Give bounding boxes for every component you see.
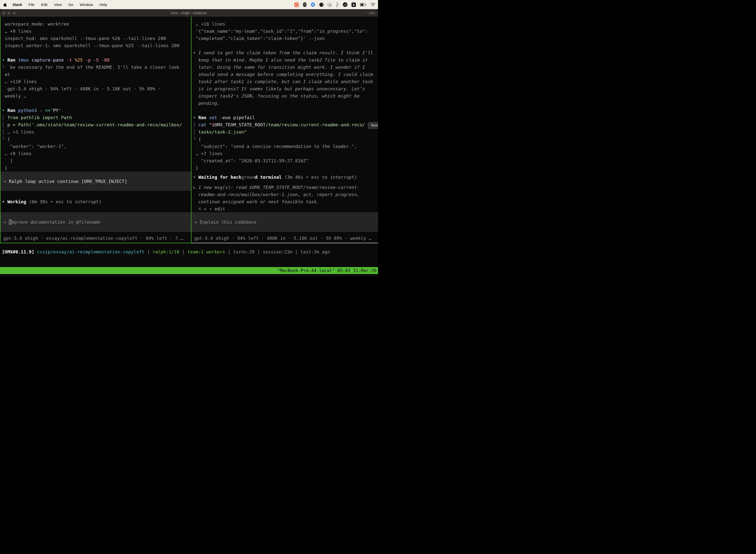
terminal-line: │ p = Path('.omx/state/team/review-curre…	[2, 121, 191, 128]
terminal-line: keep that in mind. Maybe I also need the…	[193, 56, 378, 63]
text-segment: … +16 lines	[193, 21, 225, 26]
text-segment: … +9 lines	[2, 29, 32, 34]
window-title-bar[interactable]: omx --xhigh --madmax ⌥⌘1	[0, 9, 378, 17]
squiggle-icon[interactable]	[335, 2, 339, 7]
shield-grid-icon[interactable]	[303, 2, 307, 7]
apple-menu-icon[interactable]	[3, 2, 7, 7]
text-segment: later. Using the same for transition mig…	[193, 64, 365, 70]
text-segment: 'PY'	[50, 108, 61, 113]
text-segment: |	[292, 249, 300, 255]
text-segment: "worker": "worker-1",	[2, 144, 66, 149]
terminal-line: pending.	[193, 100, 378, 107]
terminal-line: • Ran python3 - <<'PY'	[2, 107, 191, 114]
terminal-line: • Ran set -euo pipefail	[193, 114, 378, 121]
crescent-app-icon[interactable]	[319, 2, 324, 7]
screen-tooltip: Scre	[368, 122, 378, 129]
text-segment: inspect task2's JSON, focusing on the st…	[193, 93, 360, 99]
terminal-line: "completed","claim_token":"claim-token"}…	[193, 35, 378, 42]
text-segment: Waiting for back	[198, 174, 241, 180]
menu-item-app-slack[interactable]: Slack	[12, 2, 22, 7]
text-segment: }	[2, 165, 7, 170]
text-segment: │	[193, 122, 198, 127]
prompt-input-right[interactable]: › Explain this codebase	[191, 212, 378, 232]
text-segment: last:3m ago	[300, 249, 330, 255]
terminal-window: omx --xhigh --madmax ⌥⌘1 workspace_mode:…	[0, 9, 378, 277]
menu-item-window[interactable]: Window	[80, 2, 93, 7]
text-segment: … +3 lines	[7, 129, 34, 134]
window-shortcut-badge: ⌥⌘1	[367, 11, 376, 15]
spacer	[193, 42, 378, 49]
text-segment: [OMX#0.11.9]	[2, 249, 37, 255]
spacer	[2, 100, 191, 107]
text-segment: |	[144, 249, 152, 255]
terminal-line: … +16 lines	[193, 20, 378, 27]
terminal-line: inspect_worker-1: omx sparkshell --tmux-…	[2, 42, 191, 49]
keyboard-a-icon[interactable]: A	[352, 2, 356, 7]
terminal-line: continue assigned work or next feasible …	[193, 198, 378, 205]
terminal-line: is in progress? It seems likely but perh…	[193, 85, 378, 92]
text-segment: 1 new msg(s): read $OMX_TEAM_STATE_ROOT/…	[198, 185, 360, 190]
terminal-line: task2 after task1 is complete, but can I…	[193, 78, 378, 85]
prompt-chevron: ›	[3, 219, 9, 225]
terminal-line: • Ran tmux capture-pane -t %25 -p -S -80	[2, 56, 191, 63]
menu-item-help[interactable]: Help	[100, 2, 107, 7]
text-segment: be necessary for the end of the README. …	[10, 64, 180, 70]
terminal-line: ↳ 1 new msg(s): read $OMX_TEAM_STATE_ROO…	[193, 184, 378, 191]
menu-bar: Slack FileEditViewGoWindowHelp ..61 A	[0, 0, 378, 9]
terminal-line: │ from pathlib import Path	[2, 114, 191, 121]
text-segment: weekly …	[2, 93, 26, 99]
text-segment: '{"team_name":"my-team","task_id":"1","f…	[193, 29, 368, 34]
terminal-line: }	[193, 164, 378, 171]
terminal-line: └ {	[2, 135, 191, 143]
text-segment: {	[198, 136, 201, 142]
wifi-icon[interactable]	[370, 2, 376, 7]
menu-item-edit[interactable]: Edit	[41, 2, 47, 7]
agent-pane-left[interactable]: workspace_mode: worktree … +9 lines insp…	[0, 17, 191, 243]
text-segment: session:23m	[263, 249, 292, 255]
window-title: omx --xhigh --madmax	[0, 11, 378, 15]
text-segment: ralph:1/10	[152, 249, 179, 255]
terminal-line: • Waiting for background terminal (3m 46…	[193, 173, 378, 181]
blue-badge-icon[interactable]	[311, 2, 315, 7]
menu-item-go[interactable]: Go	[68, 2, 73, 7]
text-segment: •	[2, 199, 7, 204]
spacer	[2, 191, 191, 198]
text-segment: gpt-5.4 xhigh · 94% left · 488K in · 5.1…	[2, 86, 161, 91]
text-segment: -t	[66, 57, 75, 63]
terminal-line: │ … +3 lines	[2, 128, 191, 135]
terminal-line: • I need to get the claim token from the…	[193, 49, 378, 56]
text-segment: cat	[198, 122, 209, 127]
text-segment: |	[225, 249, 233, 255]
terminal-line: … +9 lines	[2, 27, 191, 35]
text-segment: "created_at": "2026-03-31T11:59:27.816Z"	[193, 158, 309, 163]
chat-app-icon[interactable]	[295, 2, 299, 7]
text-segment: └	[2, 136, 7, 142]
terminal-line: "subject": "send a concise recommendatio…	[193, 143, 378, 150]
terminal-line: "worker": "worker-1",	[2, 143, 191, 150]
dots-grid-icon[interactable]	[328, 3, 328, 3]
menu-item-file[interactable]: File	[28, 2, 35, 7]
terminal-line: inspect_hud: omx sparkshell --tmux-pane …	[2, 35, 191, 42]
text-segment: should send a message before completing …	[193, 72, 373, 77]
model-status-left: gpt-5.4 xhigh · essay/ai-reimplementatio…	[0, 234, 191, 242]
agent-pane-right[interactable]: … +16 lines '{"team_name":"my-team","tas…	[191, 17, 378, 243]
terminal-line: gpt-5.4 xhigh · 94% left · 488K in · 5.1…	[2, 85, 191, 92]
percent-badge-icon[interactable]: ..61	[343, 2, 348, 7]
text-segment: <<	[45, 108, 50, 113]
text-segment	[282, 174, 285, 180]
battery-charging-icon[interactable]	[360, 3, 366, 6]
menubar-status-icons: ..61 A	[295, 2, 376, 7]
text-segment: … +9 lines	[2, 151, 32, 156]
text-segment: └	[2, 64, 10, 70]
spacer	[2, 49, 191, 56]
text-cursor: I	[9, 219, 12, 225]
text-segment: -	[40, 108, 45, 113]
text-segment: $	[212, 122, 214, 127]
terminal-line: '{"team_name":"my-team","task_id":"1","f…	[193, 27, 378, 35]
prompt-input-left[interactable]: › Improve documentation in @filename	[0, 212, 191, 232]
menu-item-view[interactable]: View	[54, 2, 62, 7]
text-segment: is in progress? It seems likely but perh…	[193, 86, 365, 91]
text-segment: %25	[75, 57, 85, 63]
text-segment: tasks/task-2.json	[198, 129, 244, 134]
highlight-band: › Ralph loop active continue [OMX_TMUX_I…	[0, 171, 191, 191]
